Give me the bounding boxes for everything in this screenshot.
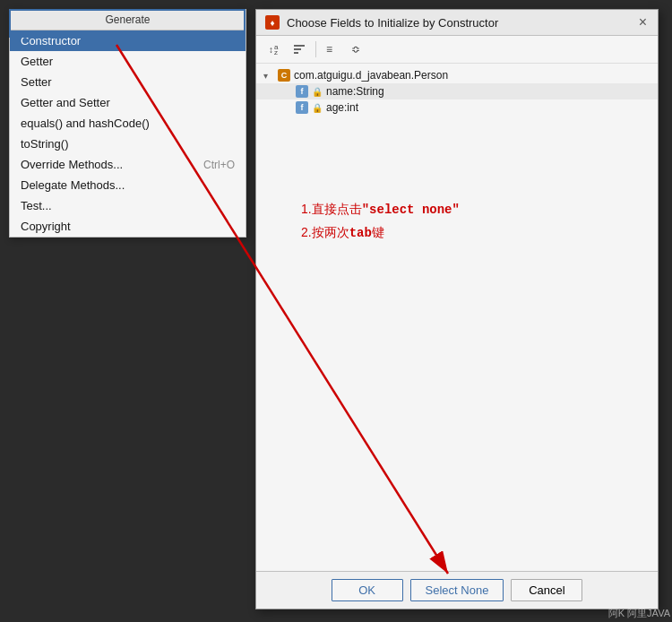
- annotation-block: 1.直接点击"select none" 2.按两次tab键: [301, 198, 460, 245]
- collapse-button[interactable]: ≎: [347, 39, 368, 59]
- tree-root-label: com.atguigu.d_javabean.Person: [294, 69, 448, 82]
- svg-text:≎: ≎: [351, 43, 360, 56]
- svg-rect-5: [294, 52, 298, 54]
- dialog-footer: OK Select None Cancel: [256, 571, 658, 609]
- svg-rect-4: [294, 48, 301, 50]
- annotation-line1: 1.直接点击"select none": [301, 198, 460, 221]
- dialog-toolbar: ↕ a z ≡ ≎: [256, 36, 658, 64]
- menu-item-override[interactable]: Override Methods... Ctrl+O: [10, 154, 246, 175]
- menu-item-getter-setter[interactable]: Getter and Setter: [10, 92, 246, 113]
- tree-field-age-label: age:int: [326, 101, 358, 114]
- menu-item-test[interactable]: Test...: [10, 195, 246, 216]
- generate-menu-header: Generate: [10, 10, 246, 30]
- dialog-icon: ♦: [265, 15, 280, 30]
- sort-button[interactable]: [289, 39, 310, 59]
- tree-field-name-label: name:String: [326, 85, 384, 98]
- ok-button[interactable]: OK: [332, 579, 403, 601]
- dialog-content: ▾ C com.atguigu.d_javabean.Person ▾ f 🔒 …: [256, 64, 658, 571]
- menu-item-delegate[interactable]: Delegate Methods...: [10, 175, 246, 195]
- dialog-close-button[interactable]: ×: [637, 15, 649, 30]
- generate-menu: Generate Constructor Getter Setter Gette…: [9, 9, 246, 238]
- cancel-button[interactable]: Cancel: [511, 579, 582, 601]
- constructor-dialog: ♦ Choose Fields to Initialize by Constru…: [255, 9, 659, 609]
- lock-icon-name: 🔒: [312, 87, 323, 97]
- menu-item-copyright[interactable]: Copyright: [10, 216, 246, 237]
- menu-item-equals-hashcode[interactable]: equals() and hashCode(): [10, 113, 246, 134]
- field-icon-age: f: [296, 101, 308, 114]
- select-none-button[interactable]: Select None: [410, 579, 504, 601]
- toolbar-separator: [315, 41, 316, 57]
- menu-item-getter[interactable]: Getter: [10, 51, 246, 72]
- svg-rect-3: [294, 45, 305, 47]
- dialog-title: Choose Fields to Initialize by Construct…: [287, 16, 630, 30]
- menu-item-constructor[interactable]: Constructor: [10, 30, 246, 51]
- annotation-line2: 2.按两次tab键: [301, 221, 460, 245]
- menu-item-tostring[interactable]: toString(): [10, 134, 246, 154]
- watermark: 阿K 阿里JAVA: [608, 607, 670, 620]
- lock-icon-age: 🔒: [312, 103, 323, 113]
- tree-root-item[interactable]: ▾ C com.atguigu.d_javabean.Person: [256, 67, 658, 83]
- class-icon: C: [278, 69, 290, 82]
- sort-alpha-button[interactable]: ↕ a z: [263, 39, 285, 59]
- menu-item-setter[interactable]: Setter: [10, 72, 246, 92]
- tree-field-name[interactable]: ▾ f 🔒 name:String: [256, 83, 658, 99]
- svg-text:≡: ≡: [326, 43, 332, 56]
- expand-button[interactable]: ≡: [322, 39, 343, 59]
- tree-arrow-icon: ▾: [263, 71, 274, 81]
- svg-text:↕: ↕: [269, 45, 273, 55]
- field-icon-name: f: [296, 85, 308, 98]
- dialog-titlebar: ♦ Choose Fields to Initialize by Constru…: [256, 10, 658, 36]
- svg-text:z: z: [274, 48, 278, 56]
- tree-field-age[interactable]: ▾ f 🔒 age:int: [256, 99, 658, 116]
